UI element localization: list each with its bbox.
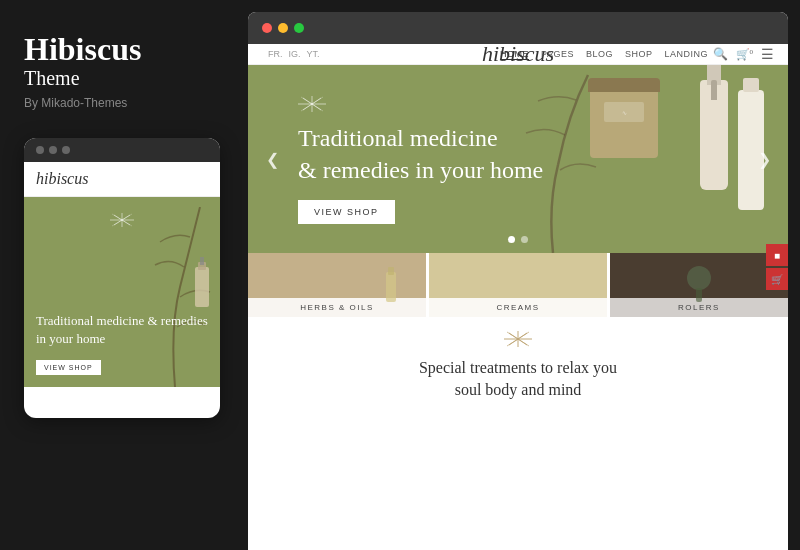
hero-view-shop-button[interactable]: VIEW SHOP [298,200,395,224]
side-floating-buttons: ■ 🛒 [766,244,788,290]
mobile-dot-2 [49,146,57,154]
social-ig[interactable]: IG. [289,49,301,59]
side-button-2[interactable]: 🛒 [766,268,788,290]
hero-content: Traditional medicine& remedies in your h… [248,65,543,253]
category-strip: HERBS & OILS CREAMS ROLERS [248,253,788,317]
cart-side-icon: 🛒 [771,274,783,285]
hero-sunburst-icon [298,94,543,117]
hero-prev-arrow[interactable]: ❮ [260,147,284,171]
category-creams[interactable]: CREAMS [429,253,607,317]
mobile-dot-3 [62,146,70,154]
hero-dot-2[interactable] [521,236,528,243]
menu-icon[interactable]: ☰ [761,46,774,63]
browser-minimize-dot[interactable] [278,23,288,33]
search-icon[interactable]: 🔍 [713,47,728,62]
left-panel: Hibiscus Theme By Mikado-Themes hibiscus [0,0,248,550]
herbs-decoration [376,257,406,307]
product-jar: ∿ [590,83,658,158]
browser-chrome [248,12,788,44]
side-icon-1: ■ [774,250,780,261]
nav-blog[interactable]: BLOG [586,49,613,60]
browser-content: FR. IG. YT. hibiscus HOME PAGES BLOG SHO… [248,44,788,550]
hero-next-arrow[interactable]: ❯ [752,147,776,171]
svg-rect-15 [386,272,396,302]
section-title: Special treatments to relax you soul bod… [268,357,768,402]
social-links: FR. IG. YT. [268,49,320,59]
side-button-1[interactable]: ■ [766,244,788,266]
hero-title: Traditional medicine& remedies in your h… [298,123,543,185]
mobile-view-shop-button[interactable]: VIEW SHOP [36,360,101,375]
category-creams-label: CREAMS [429,298,607,317]
svg-point-17 [687,266,711,290]
nav-landing[interactable]: LANDING [664,49,708,60]
product-dropper [700,80,728,190]
svg-rect-18 [696,288,702,302]
section-sunburst-icon [268,331,768,351]
mobile-top-bar [24,138,220,162]
brand-by: By Mikado-Themes [24,96,224,110]
nav-pages[interactable]: PAGES [541,49,574,60]
mobile-hero-overlay: Traditional medicine & remedies in your … [36,312,208,375]
brand-subtitle: Theme [24,67,224,90]
category-herbs-oils[interactable]: HERBS & OILS [248,253,426,317]
browser-close-dot[interactable] [262,23,272,33]
social-yt[interactable]: YT. [307,49,320,59]
brand-title: Hibiscus [24,32,224,67]
nav-shop[interactable]: SHOP [625,49,653,60]
mobile-hero-text: Traditional medicine & remedies in your … [36,312,208,348]
mobile-dot-1 [36,146,44,154]
browser-maximize-dot[interactable] [294,23,304,33]
mobile-hero: Traditional medicine & remedies in your … [24,197,220,387]
rolers-decoration [674,258,724,308]
svg-rect-6 [195,267,209,307]
social-fb[interactable]: FR. [268,49,283,59]
browser-window: FR. IG. YT. hibiscus HOME PAGES BLOG SHO… [248,12,788,550]
svg-rect-16 [388,267,394,275]
hero-slider: Traditional medicine& remedies in your h… [248,65,788,253]
nav-home[interactable]: HOME [500,49,529,60]
mobile-sunburst-icon [110,211,134,232]
mobile-logo: hibiscus [24,162,220,197]
category-rolers[interactable]: ROLERS [610,253,788,317]
mobile-mockup: hibiscus [24,138,220,418]
section-below: Special treatments to relax you soul bod… [248,317,788,410]
site-nav: FR. IG. YT. hibiscus HOME PAGES BLOG SHO… [248,44,788,65]
nav-icons: 🔍 🛒0 ☰ [713,46,775,63]
site-nav-links: HOME PAGES BLOG SHOP LANDING [500,49,708,60]
hero-dot-1[interactable] [508,236,515,243]
cart-icon[interactable]: 🛒0 [736,48,754,61]
hero-dots [508,236,528,243]
svg-rect-8 [200,257,204,265]
